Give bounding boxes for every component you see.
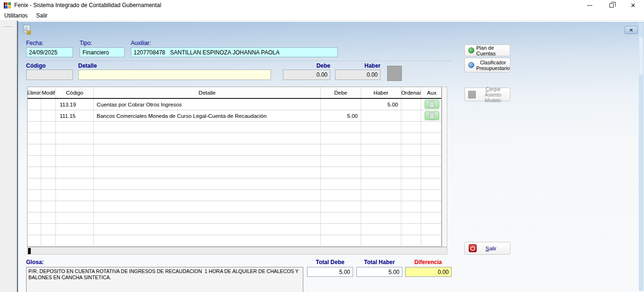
- column-header-haber[interactable]: Haber: [361, 87, 401, 98]
- column-header-elimin[interactable]: Elimin: [27, 87, 41, 98]
- debe-input[interactable]: 0.00: [283, 70, 330, 80]
- cell-detalle[interactable]: Cuentas por Cobrar Otros Ingresos: [94, 99, 321, 110]
- table-row[interactable]: [27, 201, 441, 212]
- menu-utilitarios[interactable]: Utilitarios: [0, 11, 32, 20]
- cell-haber[interactable]: [361, 224, 401, 235]
- cell-codigo[interactable]: [56, 133, 94, 144]
- clasificador-presupuestario-button[interactable]: Clasificador Presupuestario: [464, 58, 510, 72]
- auxiliar-input[interactable]: 1207708478 SANTILLAN ESPINOZA JOHANNA PA…: [131, 47, 338, 57]
- cell-codigo[interactable]: [56, 235, 94, 247]
- cell-ordenar[interactable]: [401, 235, 421, 247]
- cell-ordenar[interactable]: [401, 212, 421, 224]
- cell-debe[interactable]: [321, 133, 361, 144]
- hscroll-thumb[interactable]: [28, 248, 31, 254]
- cell-ordenar[interactable]: [401, 224, 421, 235]
- cell-detalle[interactable]: [94, 156, 321, 167]
- cell-haber[interactable]: [361, 235, 401, 247]
- table-horizontal-scrollbar[interactable]: [27, 247, 447, 255]
- cell-codigo[interactable]: [56, 156, 94, 167]
- table-row[interactable]: [27, 224, 441, 235]
- cell-haber[interactable]: [361, 122, 401, 133]
- cell-codigo[interactable]: [56, 144, 94, 156]
- cell-debe[interactable]: [321, 224, 361, 235]
- cell-detalle[interactable]: [94, 144, 321, 156]
- cell-elimin[interactable]: [27, 99, 41, 110]
- cell-detalle[interactable]: [94, 133, 321, 144]
- cell-modif[interactable]: [41, 212, 56, 224]
- cell-detalle[interactable]: [94, 190, 321, 201]
- column-header-codigo[interactable]: Código: [56, 87, 94, 98]
- cell-elimin[interactable]: [27, 110, 41, 122]
- cell-ordenar[interactable]: [401, 156, 421, 167]
- cell-haber[interactable]: [361, 190, 401, 201]
- table-vertical-scrollbar[interactable]: [442, 87, 447, 247]
- cell-detalle[interactable]: Bancos Comerciales Moneda de Curso Legal…: [94, 110, 321, 122]
- cell-modif[interactable]: [41, 224, 56, 235]
- cell-haber[interactable]: [361, 212, 401, 224]
- cell-detalle[interactable]: [94, 201, 321, 212]
- cell-modif[interactable]: [41, 110, 56, 122]
- codigo-input[interactable]: [26, 70, 73, 80]
- table-row[interactable]: [27, 212, 441, 224]
- cell-ordenar[interactable]: [401, 144, 421, 156]
- cell-haber[interactable]: [361, 133, 401, 144]
- cell-detalle[interactable]: [94, 212, 321, 224]
- cell-elimin[interactable]: [27, 190, 41, 201]
- cell-debe[interactable]: [321, 190, 361, 201]
- cell-debe[interactable]: [321, 167, 361, 178]
- panel-grip[interactable]: [3, 27, 13, 28]
- salir-button[interactable]: Salir: [464, 242, 510, 255]
- cell-haber[interactable]: 5.00: [361, 99, 401, 110]
- cell-codigo[interactable]: 113.19: [56, 99, 94, 110]
- cell-codigo[interactable]: [56, 178, 94, 190]
- cell-debe[interactable]: 5.00: [321, 110, 361, 122]
- cell-codigo[interactable]: 111.15: [56, 110, 94, 122]
- cell-debe[interactable]: [321, 201, 361, 212]
- cell-modif[interactable]: [41, 122, 56, 133]
- cell-modif[interactable]: [41, 201, 56, 212]
- cell-ordenar[interactable]: [401, 110, 421, 122]
- cell-detalle[interactable]: [94, 122, 321, 133]
- cell-modif[interactable]: [41, 99, 56, 110]
- aux-button[interactable]: [425, 100, 439, 109]
- cell-codigo[interactable]: [56, 201, 94, 212]
- column-header-aux[interactable]: Aux: [421, 87, 442, 98]
- table-row[interactable]: [27, 133, 441, 144]
- aux-button[interactable]: [425, 111, 439, 120]
- cell-haber[interactable]: [361, 201, 401, 212]
- minimize-button[interactable]: [579, 0, 600, 10]
- column-header-modif[interactable]: Modif: [41, 87, 56, 98]
- column-header-detalle[interactable]: Detalle: [94, 87, 321, 98]
- cell-ordenar[interactable]: [401, 178, 421, 190]
- cell-detalle[interactable]: [94, 224, 321, 235]
- cell-elimin[interactable]: [27, 201, 41, 212]
- cell-haber[interactable]: [361, 110, 401, 122]
- tipo-input[interactable]: Financiero: [80, 47, 125, 57]
- table-row[interactable]: [27, 235, 441, 247]
- cell-debe[interactable]: [321, 156, 361, 167]
- cell-ordenar[interactable]: [401, 201, 421, 212]
- cell-ordenar[interactable]: [401, 133, 421, 144]
- cell-debe[interactable]: [321, 178, 361, 190]
- table-row[interactable]: [27, 144, 441, 156]
- plan-de-cuentas-button[interactable]: Plan de Cuentas: [464, 44, 510, 56]
- cargar-asiento-modelo-button[interactable]: Cargar Asiento Modelo: [464, 88, 510, 101]
- child-close-button[interactable]: ✕: [625, 26, 638, 34]
- vscroll-thumb[interactable]: [639, 37, 643, 75]
- cell-ordenar[interactable]: [401, 99, 421, 110]
- table-row[interactable]: [27, 167, 441, 178]
- cell-elimin[interactable]: [27, 167, 41, 178]
- cell-elimin[interactable]: [27, 122, 41, 133]
- cell-elimin[interactable]: [27, 156, 41, 167]
- cell-modif[interactable]: [41, 178, 56, 190]
- window-vertical-scrollbar[interactable]: [639, 23, 644, 291]
- cell-ordenar[interactable]: [401, 122, 421, 133]
- table-row[interactable]: [27, 190, 441, 201]
- table-row[interactable]: 111.15Bancos Comerciales Moneda de Curso…: [27, 110, 441, 122]
- cell-elimin[interactable]: [27, 212, 41, 224]
- fecha-input[interactable]: 24/09/2025: [26, 47, 73, 57]
- cell-haber[interactable]: [361, 167, 401, 178]
- cell-modif[interactable]: [41, 235, 56, 247]
- restore-button[interactable]: [600, 0, 622, 10]
- cell-codigo[interactable]: [56, 122, 94, 133]
